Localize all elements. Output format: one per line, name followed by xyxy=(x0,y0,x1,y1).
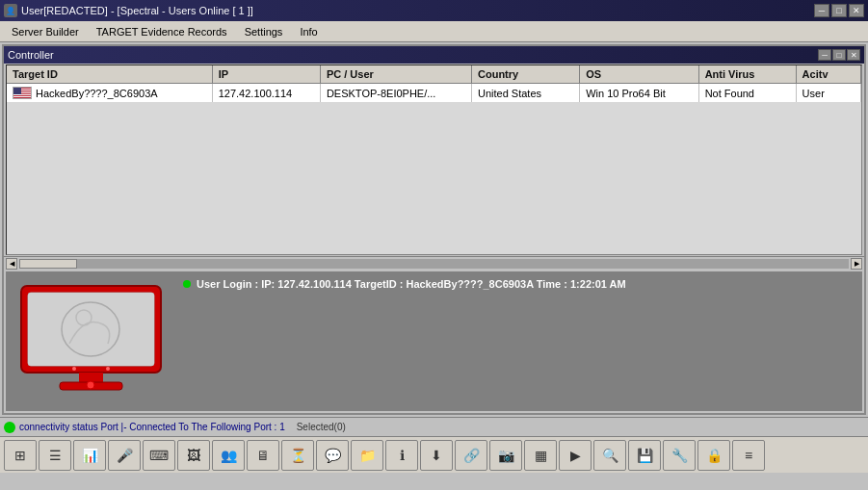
minimize-button[interactable]: ─ xyxy=(814,4,829,17)
log-text: User Login : IP: 127.42.100.114 TargetID… xyxy=(197,278,626,290)
col-pc-user: PC / User xyxy=(320,65,471,84)
maximize-button[interactable]: □ xyxy=(831,4,847,17)
menu-target-evidence[interactable]: TARGET Evidence Records xyxy=(89,22,235,41)
close-button[interactable]: ✕ xyxy=(849,4,864,17)
horizontal-scrollbar[interactable]: ◀ ▶ xyxy=(4,256,864,270)
remote-desktop-button[interactable]: 🖥 xyxy=(247,440,279,471)
inner-window: Controller ─ □ ✕ Target ID IP PC / User … xyxy=(2,44,866,415)
scroll-thumb[interactable] xyxy=(19,259,77,269)
scheduler-button[interactable]: ⏳ xyxy=(281,440,314,471)
col-target-id: Target ID xyxy=(7,65,212,84)
cell-ip: 127.42.100.114 xyxy=(212,84,320,103)
monitor-icon xyxy=(16,281,166,401)
log-dot-icon xyxy=(183,280,191,288)
col-activity: Acitv xyxy=(796,65,860,84)
links-button[interactable]: 🔗 xyxy=(455,440,487,471)
start-button[interactable]: ⊞ xyxy=(4,440,37,471)
menu-server-builder[interactable]: Server Builder xyxy=(4,22,87,41)
inner-window-title: Controller xyxy=(8,49,54,61)
inner-maximize-button[interactable]: □ xyxy=(832,49,846,61)
table-area: Target ID IP PC / User Country OS Anti V… xyxy=(6,64,862,255)
svg-point-8 xyxy=(72,367,76,371)
filemanager-button[interactable]: ☰ xyxy=(39,440,71,471)
target-id-value: HackedBy????_8C6903A xyxy=(36,88,158,99)
svg-rect-5 xyxy=(79,373,103,382)
scroll-left-arrow[interactable]: ◀ xyxy=(6,258,17,270)
inner-minimize-button[interactable]: ─ xyxy=(818,49,831,61)
us-flag-icon xyxy=(13,87,32,99)
inner-close-button[interactable]: ✕ xyxy=(847,49,860,61)
run-button[interactable]: ▶ xyxy=(559,440,592,471)
thumbnails-button[interactable]: ▦ xyxy=(524,440,557,471)
keyboard-button[interactable]: ⌨ xyxy=(143,440,175,471)
menu-settings[interactable]: Settings xyxy=(237,22,291,41)
scroll-right-arrow[interactable]: ▶ xyxy=(851,258,862,270)
connectivity-status: connectivity status Port |- Connected To… xyxy=(19,422,285,432)
log-entry: User Login : IP: 127.42.100.114 TargetID… xyxy=(183,278,854,290)
menu-bar: Server Builder TARGET Evidence Records S… xyxy=(0,21,868,42)
inner-controls: ─ □ ✕ xyxy=(818,49,860,61)
microphone-button[interactable]: 🎤 xyxy=(108,440,141,471)
cell-antivirus: Not Found xyxy=(698,84,796,103)
monitor-area xyxy=(7,272,175,410)
misc-button[interactable]: ≡ xyxy=(732,440,765,471)
svg-point-9 xyxy=(106,367,110,371)
search-button[interactable]: 🔍 xyxy=(593,440,626,471)
tools-button[interactable]: 🔧 xyxy=(663,440,696,471)
bottom-panel: User Login : IP: 127.42.100.114 TargetID… xyxy=(6,271,862,411)
scroll-track[interactable] xyxy=(19,259,849,269)
info-button[interactable]: ℹ xyxy=(385,440,418,471)
window-icon: 👤 xyxy=(4,4,17,17)
col-os: OS xyxy=(580,65,698,84)
cell-country: United States xyxy=(472,84,580,103)
cell-activity: User xyxy=(796,84,860,103)
fileupload-button[interactable]: 📁 xyxy=(351,440,383,471)
toolbar: ⊞ ☰ 📊 🎤 ⌨ 🖼 👥 🖥 ⏳ 💬 📁 ℹ ⬇ 🔗 📷 ▦ ▶ 🔍 💾 🔧 … xyxy=(0,436,868,473)
title-bar-left: 👤 User[REDACTED] - [Spectral - Users Onl… xyxy=(4,4,253,17)
lock-button[interactable]: 🔒 xyxy=(697,440,730,471)
target-table: Target ID IP PC / User Country OS Anti V… xyxy=(7,65,861,102)
svg-rect-2 xyxy=(28,293,154,366)
cell-target-id: HackedBy????_8C6903A xyxy=(7,84,212,103)
title-bar: 👤 User[REDACTED] - [Spectral - Users Onl… xyxy=(0,0,868,21)
screenshot-button[interactable]: 🖼 xyxy=(177,440,210,471)
connectivity-dot-icon xyxy=(4,422,15,433)
log-area: User Login : IP: 127.42.100.114 TargetID… xyxy=(175,272,861,410)
svg-point-7 xyxy=(87,381,94,389)
table-row[interactable]: HackedBy????_8C6903A 127.42.100.114 DESK… xyxy=(7,84,861,103)
col-country: Country xyxy=(472,65,580,84)
col-ip: IP xyxy=(212,65,320,84)
processes-button[interactable]: 📊 xyxy=(73,440,106,471)
title-controls: ─ □ ✕ xyxy=(814,4,864,17)
cell-pc-user: DESKTOP-8EI0PHE/... xyxy=(320,84,471,103)
download-button[interactable]: ⬇ xyxy=(420,440,453,471)
window-title: User[REDACTED] - [Spectral - Users Onlin… xyxy=(21,5,253,16)
webcam-button[interactable]: 📷 xyxy=(489,440,522,471)
chat-button[interactable]: 💬 xyxy=(316,440,349,471)
inner-title-bar: Controller ─ □ ✕ xyxy=(4,46,864,64)
menu-info[interactable]: Info xyxy=(292,22,325,41)
cell-os: Win 10 Pro64 Bit xyxy=(580,84,698,103)
status-bar: connectivity status Port |- Connected To… xyxy=(0,417,868,436)
col-antivirus: Anti Virus xyxy=(698,65,796,84)
selected-count: Selected(0) xyxy=(297,422,346,432)
table-header-row: Target ID IP PC / User Country OS Anti V… xyxy=(7,65,861,84)
connections-button[interactable]: 👥 xyxy=(212,440,245,471)
memory-button[interactable]: 💾 xyxy=(628,440,661,471)
